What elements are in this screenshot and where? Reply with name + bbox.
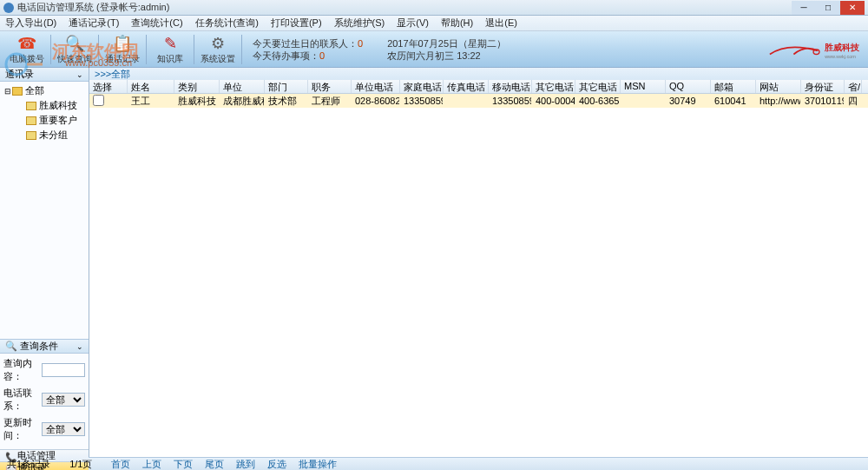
close-button[interactable]: ✕ — [840, 1, 865, 15]
menu-item[interactable]: 退出(E) — [485, 17, 517, 30]
menu-item[interactable]: 系统维护(S) — [334, 17, 385, 30]
brand-logo: 胜威科技 www.swkj.com — [764, 35, 859, 64]
menu-item[interactable]: 显示(V) — [397, 17, 429, 30]
search-update-label: 更新时间： — [3, 416, 42, 442]
menu-item[interactable]: 帮助(H) — [441, 17, 473, 30]
row-checkbox[interactable] — [93, 95, 104, 106]
footer-跳到[interactable]: 跳到 — [236, 458, 255, 471]
toolbar-电脑拨号[interactable]: ☎电脑拨号 — [7, 34, 47, 65]
menu-item[interactable]: 查询统计(C) — [131, 17, 182, 30]
window-title: 电话回访管理系统 (登录帐号:admin) — [17, 1, 792, 14]
toolbar-快速查询[interactable]: 🔍快速查询 — [55, 34, 95, 65]
menu-bar: 导入导出(D)通话记录(T)查询统计(C)任务统计(查询)打印设置(P)系统维护… — [0, 16, 868, 31]
footer-下页[interactable]: 下页 — [174, 458, 193, 471]
menu-item[interactable]: 任务统计(查询) — [195, 17, 259, 30]
birthday-info: 今天要过生日的联系人：0 今天待办事项：0 — [253, 37, 363, 62]
toolbar: ☎电脑拨号🔍快速查询📋通话记录✎知识库⚙系统设置 今天要过生日的联系人：0 今天… — [0, 31, 868, 68]
col-qq[interactable]: QQ — [666, 80, 711, 93]
table-row[interactable]: 王工胜威科技成都胜威科技技术部工程师028-860826601335085982… — [89, 94, 868, 108]
col-job[interactable]: 职务 — [308, 80, 352, 93]
col-other2[interactable]: 其它电话 — [575, 80, 621, 93]
svg-text:胜威科技: 胜威科技 — [824, 43, 859, 52]
search-content-label: 查询内容： — [3, 357, 42, 383]
search-update-select[interactable]: 全部 — [42, 422, 85, 436]
maximize-button[interactable]: □ — [816, 1, 840, 15]
status-bar: 共1条记录 1/1页 首页上页下页尾页跳到反选批量操作 — [0, 457, 868, 470]
breadcrumb: >>>全部 — [89, 68, 868, 80]
col-homeTel[interactable]: 家庭电话 — [400, 80, 444, 93]
footer-尾页[interactable]: 尾页 — [205, 458, 224, 471]
col-unit[interactable]: 单位 — [220, 80, 265, 93]
tree-item[interactable]: 重要客户 — [3, 113, 85, 128]
record-count: 共1条记录 — [7, 458, 50, 471]
search-contact-select[interactable]: 全部 — [42, 393, 85, 407]
col-other1[interactable]: 其它电话 — [532, 80, 575, 93]
svg-text:www.swkj.com: www.swkj.com — [824, 54, 856, 59]
col-unitTel[interactable]: 单位电话 — [352, 80, 400, 93]
contact-tree: ⊟全部 胜威科技重要客户未分组 — [0, 82, 89, 339]
col-mail[interactable]: 邮箱 — [711, 80, 756, 93]
right-panel: >>>全部 选择姓名类别单位部门职务单位电话家庭电话传真电话移动电话其它电话其它… — [89, 68, 868, 457]
footer-首页[interactable]: 首页 — [111, 458, 130, 471]
col-idcard[interactable]: 身份证 — [801, 80, 845, 93]
minimize-button[interactable]: ─ — [792, 1, 816, 15]
menu-item[interactable]: 导入导出(D) — [5, 17, 56, 30]
contacts-section-header[interactable]: 通讯录⌄ — [0, 68, 89, 82]
col-msn[interactable]: MSN — [621, 80, 666, 93]
page-info: 1/1页 — [69, 458, 92, 471]
col-type[interactable]: 类别 — [174, 80, 220, 93]
search-content-input[interactable] — [42, 363, 85, 377]
col-site[interactable]: 网站 — [756, 80, 801, 93]
col-faxTel[interactable]: 传真电话 — [444, 80, 489, 93]
footer-反选[interactable]: 反选 — [267, 458, 286, 471]
menu-item[interactable]: 通话记录(T) — [69, 17, 119, 30]
toolbar-系统设置[interactable]: ⚙系统设置 — [198, 34, 238, 65]
grid-header: 选择姓名类别单位部门职务单位电话家庭电话传真电话移动电话其它电话其它电话MSNQ… — [89, 80, 868, 94]
col-select[interactable]: 选择 — [89, 80, 128, 93]
tree-item[interactable]: 未分组 — [3, 128, 85, 142]
title-bar: 电话回访管理系统 (登录帐号:admin) ─ □ ✕ — [0, 0, 868, 16]
search-section-header[interactable]: 🔍查询条件⌄ — [0, 340, 89, 354]
col-name[interactable]: 姓名 — [128, 80, 174, 93]
tree-root[interactable]: ⊟全部 — [3, 83, 85, 98]
tree-item[interactable]: 胜威科技 — [3, 98, 85, 113]
search-contact-label: 电话联系： — [3, 387, 42, 413]
date-info: 2017年07月25日（星期二） 农历闰六月初三 13:22 — [387, 37, 506, 62]
app-icon — [3, 3, 14, 13]
left-panel: 通讯录⌄ ⊟全部 胜威科技重要客户未分组 🔍查询条件⌄ 查询内容： 电话联系： … — [0, 68, 89, 457]
footer-批量操作[interactable]: 批量操作 — [299, 458, 337, 471]
toolbar-知识库[interactable]: ✎知识库 — [150, 34, 190, 65]
footer-上页[interactable]: 上页 — [142, 458, 161, 471]
toolbar-通话记录[interactable]: 📋通话记录 — [102, 34, 142, 65]
grid-body[interactable]: 王工胜威科技成都胜威科技技术部工程师028-860826601335085982… — [89, 94, 868, 457]
col-mobile[interactable]: 移动电话 — [489, 80, 532, 93]
col-dept[interactable]: 部门 — [265, 80, 308, 93]
col-prov[interactable]: 省/ — [845, 80, 862, 93]
menu-item[interactable]: 打印设置(P) — [271, 17, 322, 30]
